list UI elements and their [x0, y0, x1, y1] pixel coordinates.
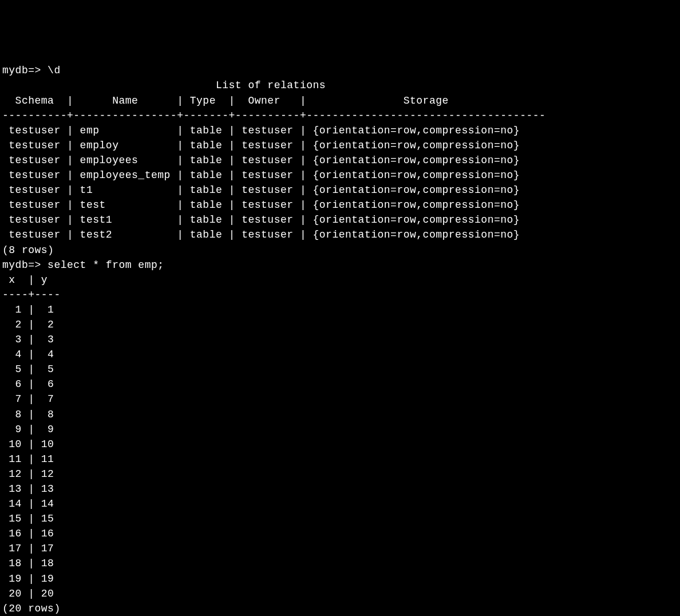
emp-row: 5 | 5	[2, 362, 678, 377]
emp-row: 17 | 17	[2, 541, 678, 556]
emp-row: 8 | 8	[2, 407, 678, 422]
relations-sep: ----------+----------------+-------+----…	[2, 108, 678, 123]
emp-row: 1 | 1	[2, 302, 678, 317]
relations-row: testuser | test2 | table | testuser | {o…	[2, 227, 678, 242]
relations-title: List of relations	[2, 78, 678, 93]
emp-row: 6 | 6	[2, 377, 678, 392]
emp-row: 4 | 4	[2, 347, 678, 362]
relations-row: testuser | t1 | table | testuser | {orie…	[2, 183, 678, 198]
emp-row: 9 | 9	[2, 422, 678, 437]
relations-row: testuser | employees_temp | table | test…	[2, 168, 678, 183]
emp-rowcount: (20 rows)	[2, 601, 678, 616]
emp-row: 10 | 10	[2, 437, 678, 452]
relations-rowcount: (8 rows)	[2, 243, 678, 258]
emp-row: 13 | 13	[2, 481, 678, 496]
emp-row: 15 | 15	[2, 511, 678, 526]
relations-row: testuser | test1 | table | testuser | {o…	[2, 212, 678, 227]
emp-sep: ----+----	[2, 287, 678, 302]
emp-row: 18 | 18	[2, 556, 678, 571]
terminal-output[interactable]: mydb=> \d List of relations Schema | Nam…	[2, 63, 678, 615]
emp-row: 3 | 3	[2, 332, 678, 347]
emp-row: 16 | 16	[2, 526, 678, 541]
relations-row: testuser | test | table | testuser | {or…	[2, 198, 678, 212]
emp-row: 11 | 11	[2, 452, 678, 467]
emp-row: 19 | 19	[2, 571, 678, 586]
prompt-line-1[interactable]: mydb=> \d	[2, 63, 678, 78]
relations-row: testuser | employees | table | testuser …	[2, 153, 678, 168]
emp-row: 2 | 2	[2, 317, 678, 332]
emp-row: 14 | 14	[2, 496, 678, 511]
emp-row: 12 | 12	[2, 467, 678, 481]
relations-row: testuser | emp | table | testuser | {ori…	[2, 123, 678, 138]
relations-row: testuser | employ | table | testuser | {…	[2, 138, 678, 153]
prompt-line-2[interactable]: mydb=> select * from emp;	[2, 258, 678, 273]
emp-row: 20 | 20	[2, 586, 678, 601]
emp-row: 7 | 7	[2, 392, 678, 406]
emp-header: x | y	[2, 273, 678, 287]
relations-header: Schema | Name | Type | Owner | Storage	[2, 93, 678, 108]
